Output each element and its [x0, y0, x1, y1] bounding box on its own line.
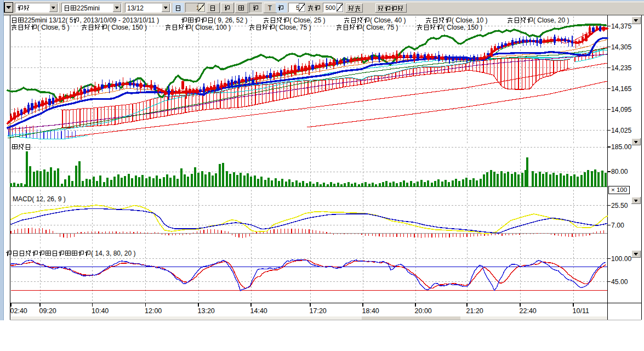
svg-text:( Close, 150 ): ( Close, 150 ): [107, 24, 147, 31]
svg-text:09:20: 09:20: [39, 307, 56, 315]
svg-text:17:20: 17:20: [310, 307, 327, 315]
svg-text:10:40: 10:40: [92, 307, 109, 315]
svg-text:225mini: 225mini: [77, 4, 100, 12]
svg-text:MACD( 12, 26, 9 ): MACD( 12, 26, 9 ): [13, 195, 66, 203]
svg-text:( Close, 150 ): ( Close, 150 ): [443, 24, 482, 31]
svg-text:14,025: 14,025: [611, 127, 631, 134]
svg-text:14,375: 14,375: [611, 22, 631, 30]
svg-text:10/11: 10/11: [573, 307, 589, 315]
svg-text:13/12: 13/12: [127, 4, 144, 12]
svg-text:21:20: 21:20: [466, 307, 483, 315]
svg-text:25.50: 25.50: [611, 202, 628, 210]
svg-text:185.00: 185.00: [611, 143, 631, 151]
svg-text:T: T: [268, 4, 272, 12]
svg-text:( 14, 3, 80, 20 ): ( 14, 3, 80, 20 ): [91, 250, 135, 257]
svg-text:13:20: 13:20: [198, 307, 215, 315]
svg-text:20:00: 20:00: [415, 307, 432, 315]
svg-text:100.00: 100.00: [611, 255, 631, 263]
svg-text:45.00: 45.00: [611, 278, 628, 286]
svg-text:( Close, 5 ): ( Close, 5 ): [37, 24, 70, 31]
svg-text:500: 500: [326, 4, 335, 11]
svg-text:× 100: × 100: [611, 186, 627, 193]
svg-text:14,165: 14,165: [611, 85, 631, 93]
svg-text:( Close, 100 ): ( Close, 100 ): [191, 24, 231, 31]
svg-text:( Close, 75 ): ( Close, 75 ): [362, 24, 398, 31]
svg-text:14,305: 14,305: [611, 43, 631, 51]
svg-text:12:00: 12:00: [145, 307, 162, 315]
svg-text:18:40: 18:40: [362, 307, 379, 315]
svg-text:22:40: 22:40: [520, 307, 537, 315]
svg-text:14,095: 14,095: [611, 106, 631, 114]
svg-text:( Close, 20 ): ( Close, 20 ): [533, 16, 569, 24]
svg-text:02:40: 02:40: [10, 307, 27, 315]
svg-text:( Close, 75 ): ( Close, 75 ): [275, 24, 311, 31]
svg-text:7.00: 7.00: [611, 222, 624, 229]
svg-text:80.00: 80.00: [611, 168, 628, 176]
svg-text:14,235: 14,235: [611, 64, 631, 72]
svg-text:14:40: 14:40: [250, 307, 267, 315]
